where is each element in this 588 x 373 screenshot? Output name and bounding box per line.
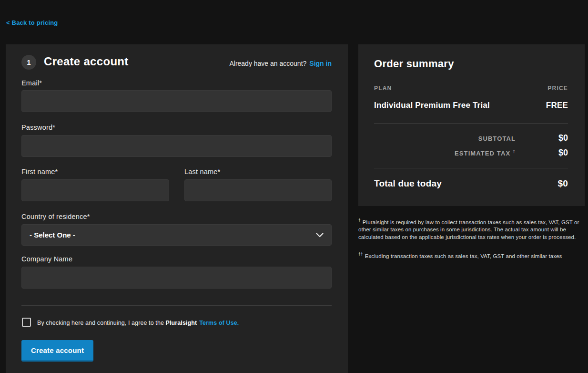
order-summary-title: Order summary xyxy=(374,58,454,70)
dagger-mark: † xyxy=(358,218,361,223)
dagger-mark: † xyxy=(513,149,516,154)
order-summary-panel: Order summary PLAN PRICE Individual Prem… xyxy=(358,44,585,206)
company-label: Company Name xyxy=(21,255,72,263)
step-number-badge: 1 xyxy=(21,55,36,70)
summary-divider xyxy=(374,123,568,124)
first-name-field[interactable] xyxy=(21,179,169,201)
estimated-tax-value: $0 xyxy=(530,148,568,158)
page-title: Create account xyxy=(44,55,129,68)
password-field[interactable] xyxy=(21,135,332,157)
plan-column-header: PLAN xyxy=(374,85,392,92)
terms-text: By checking here and continuing, I agree… xyxy=(37,320,239,326)
total-due-label: Total due today xyxy=(374,178,442,189)
terms-text-before: By checking here and continuing, I agree… xyxy=(37,320,164,326)
last-name-field[interactable] xyxy=(184,179,332,201)
estimated-tax-row: ESTIMATED TAX † $0 xyxy=(455,148,568,158)
create-account-button[interactable]: Create account xyxy=(21,340,93,362)
plan-name: Individual Premium Free Trial xyxy=(374,101,490,110)
country-selected-value: - Select One - xyxy=(30,231,75,239)
email-label: Email* xyxy=(21,79,42,87)
signin-prompt: Already have an account?Sign in xyxy=(229,60,332,67)
total-due-row: Total due today $0 xyxy=(374,178,568,189)
subtotal-label: SUBTOTAL xyxy=(478,135,516,142)
subtotal-row: SUBTOTAL $0 xyxy=(478,133,568,143)
country-label: Country of residence* xyxy=(21,213,90,220)
estimated-tax-label: ESTIMATED TAX † xyxy=(455,149,516,157)
signin-prompt-text: Already have an account? xyxy=(229,60,306,67)
back-to-pricing-link[interactable]: < Back to pricing xyxy=(6,19,58,26)
tax-footnote: †Pluralsight is required by law to colle… xyxy=(358,217,581,241)
total-due-value: $0 xyxy=(558,178,568,189)
terms-brand: Pluralsight xyxy=(166,320,197,326)
subtotal-value: $0 xyxy=(530,133,568,143)
terms-of-use-link[interactable]: Terms of Use. xyxy=(199,320,239,326)
summary-column-headers: PLAN PRICE xyxy=(374,85,568,92)
double-dagger-mark: †† xyxy=(358,252,363,257)
plan-price: FREE xyxy=(546,101,568,110)
country-select[interactable]: - Select One - xyxy=(21,224,332,246)
summary-divider xyxy=(374,168,568,168)
form-divider xyxy=(21,305,332,306)
email-field[interactable] xyxy=(21,90,332,112)
last-name-label: Last name* xyxy=(184,168,220,176)
price-column-header: PRICE xyxy=(547,85,568,92)
first-name-label: First name* xyxy=(21,168,58,176)
plan-row: Individual Premium Free Trial FREE xyxy=(374,101,568,110)
company-field[interactable] xyxy=(21,267,332,289)
password-label: Password* xyxy=(21,124,55,131)
terms-checkbox[interactable] xyxy=(22,318,31,327)
signin-link[interactable]: Sign in xyxy=(309,60,332,67)
excluding-tax-footnote: ††Excluding transaction taxes such as sa… xyxy=(358,251,581,260)
create-account-panel: 1 Create account Already have an account… xyxy=(6,44,348,373)
chevron-down-icon xyxy=(316,233,324,238)
